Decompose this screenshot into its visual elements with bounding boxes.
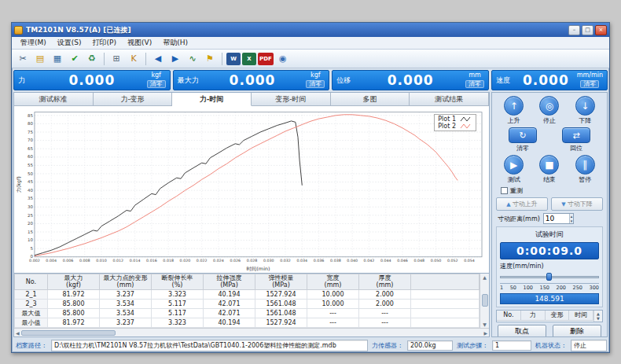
next-curve-icon[interactable]: ▶ xyxy=(167,51,183,66)
results-cell: 2.000 xyxy=(359,290,411,300)
results-cell: 10.000 xyxy=(307,290,359,300)
test-buttons: ▶测试■结束‖暂停 xyxy=(496,155,603,184)
calculator-icon[interactable]: ⊞ xyxy=(108,51,124,66)
displacement-clear-button[interactable]: 清零 xyxy=(465,80,484,89)
pause-button[interactable]: ‖ xyxy=(575,155,595,175)
svg-text:0.030: 0.030 xyxy=(263,259,274,263)
results-row[interactable]: 2_385.8003.5345.11742.0711561.04810.0002… xyxy=(15,300,480,309)
end-button[interactable]: ■ xyxy=(539,155,559,175)
svg-text:0.040: 0.040 xyxy=(347,259,358,263)
force-clear-button[interactable]: 清零 xyxy=(147,80,166,89)
spinner-down-icon[interactable]: ▾ xyxy=(571,219,573,223)
word-export-icon[interactable]: W xyxy=(226,53,241,65)
jog-up-button[interactable]: ▲寸动上升 xyxy=(496,197,548,211)
stop-button[interactable]: ◎ xyxy=(539,96,559,116)
tab-力-时间[interactable]: 力-时间 xyxy=(172,93,252,106)
svg-text:0.034: 0.034 xyxy=(296,259,307,263)
svg-text:0.028: 0.028 xyxy=(247,259,258,263)
curve-icon[interactable]: ∿ xyxy=(185,51,200,66)
save-icon[interactable]: ▦ xyxy=(50,51,65,66)
minimize-button[interactable]: – xyxy=(568,25,580,35)
speed-clear-button[interactable]: 清零 xyxy=(580,80,599,89)
delete-icon[interactable]: ♻ xyxy=(84,51,100,66)
pick-point-button[interactable]: 取点 xyxy=(498,325,546,337)
svg-text:时间(min): 时间(min) xyxy=(246,267,270,273)
jog-down-button[interactable]: ▼寸动下降 xyxy=(551,197,603,211)
scale-tick: 150 xyxy=(540,285,549,291)
scrollbar-thumb[interactable] xyxy=(21,330,116,336)
svg-text:0.026: 0.026 xyxy=(230,259,241,263)
results-cell: 40.194 xyxy=(204,290,255,300)
slider-thumb[interactable] xyxy=(546,273,552,281)
snapshot-icon[interactable]: ◉ xyxy=(275,51,291,66)
menu-item[interactable]: 帮助(H) xyxy=(157,37,193,49)
return-button-label: 回位 xyxy=(570,144,582,153)
tab-变形-时间[interactable]: 变形-时间 xyxy=(252,93,331,106)
menu-item[interactable]: 打印(P) xyxy=(87,37,122,49)
svg-text:0.052: 0.052 xyxy=(447,259,458,263)
scroll-down-icon[interactable]: ▼ xyxy=(597,316,600,321)
up-button[interactable]: ↑ xyxy=(504,96,524,116)
prev-curve-icon[interactable]: ◀ xyxy=(150,51,166,66)
excel-export-icon[interactable]: X xyxy=(242,53,256,65)
test-button[interactable]: ▶ xyxy=(504,155,524,175)
displacement-unit: mm xyxy=(469,72,481,79)
menu-item[interactable]: 视图(V) xyxy=(122,37,157,49)
results-column-header: 拉伸强度(MPa) xyxy=(204,274,255,289)
clear-button[interactable]: ↻ xyxy=(509,127,537,143)
results-hscrollbar[interactable]: ◀ ▶ xyxy=(14,328,489,336)
verify-icon[interactable]: ✔ xyxy=(67,51,83,66)
delete-point-button[interactable]: 删除 xyxy=(553,325,601,337)
tab-力-变形[interactable]: 力-变形 xyxy=(94,93,173,106)
scroll-down-icon[interactable]: ▼ xyxy=(483,322,487,327)
force-value: 0.000 xyxy=(37,72,147,88)
open-folder-icon[interactable]: ▤ xyxy=(32,51,48,66)
test-time-label: 试验时间 xyxy=(500,230,599,240)
down-button[interactable]: ↓ xyxy=(575,96,595,116)
svg-text:0.036: 0.036 xyxy=(314,259,325,263)
results-row[interactable]: 最小值81.9723.2373.32340.1941527.924------ xyxy=(15,318,480,328)
key-icon[interactable]: K xyxy=(126,51,141,66)
legend-label: Plot 2 xyxy=(438,123,456,130)
svg-text:0.008: 0.008 xyxy=(79,259,90,263)
results-column-header: 断裂伸长率(%) xyxy=(152,274,204,289)
scale-tick: 300 xyxy=(590,285,599,291)
menu-item[interactable]: 设置(S) xyxy=(52,37,87,49)
stop-button-label: 停止 xyxy=(543,116,556,125)
speed-slider[interactable] xyxy=(500,273,599,281)
svg-text:0.016: 0.016 xyxy=(146,259,157,263)
scroll-left-icon[interactable]: ◀ xyxy=(16,330,20,336)
close-button[interactable]: × xyxy=(595,25,607,35)
scroll-right-icon[interactable]: ▶ xyxy=(483,330,487,336)
menu-item[interactable]: 管理(M) xyxy=(15,37,52,49)
retest-checkbox[interactable] xyxy=(501,187,508,194)
speed-value: 0.000 xyxy=(515,72,577,88)
scrollbar-thumb[interactable] xyxy=(482,294,488,307)
results-vscrollbar[interactable]: ▲ ▼ xyxy=(480,274,489,328)
jog-distance-input[interactable] xyxy=(544,214,569,223)
tab-多图[interactable]: 多图 xyxy=(331,93,410,106)
cut-icon[interactable]: ✂ xyxy=(15,51,31,66)
results-cell: 最大值 xyxy=(15,309,48,318)
svg-text:0.014: 0.014 xyxy=(130,259,141,263)
results-cell: 42.071 xyxy=(204,309,255,318)
speed-unit: mm/min xyxy=(577,72,603,79)
svg-text:5: 5 xyxy=(30,246,32,251)
results-cell: 3.534 xyxy=(100,309,152,318)
pdf-export-icon[interactable]: PDF xyxy=(258,53,274,65)
maximize-button[interactable]: □ xyxy=(582,25,593,35)
tab-测试结果[interactable]: 测试结果 xyxy=(410,93,489,106)
toolbar: ✂▤▦✔♻⊞K◀▶∿⚑WXPDF◉ xyxy=(12,50,609,68)
peak-force-clear-button[interactable]: 清零 xyxy=(306,80,325,89)
tab-测试标准[interactable]: 测试标准 xyxy=(14,93,94,106)
results-row[interactable]: 2_181.9723.2373.32340.1941527.92410.0002… xyxy=(15,290,480,300)
svg-text:80: 80 xyxy=(28,121,34,126)
scroll-up-icon[interactable]: ▲ xyxy=(483,274,487,280)
svg-text:0.010: 0.010 xyxy=(96,259,107,263)
title-bar[interactable]: TM2101N V8.57(A) [已连接] –□× xyxy=(12,23,609,37)
point-table-scrollbar[interactable]: ▲▼ xyxy=(593,311,602,322)
flag-icon[interactable]: ⚑ xyxy=(202,51,218,66)
chart-area: 05101520253035404550556065707580850.0020… xyxy=(14,106,489,273)
return-button[interactable]: ⇄ xyxy=(562,127,590,143)
results-row[interactable]: 最大值85.8003.5345.11742.0711561.048------ xyxy=(15,309,480,318)
